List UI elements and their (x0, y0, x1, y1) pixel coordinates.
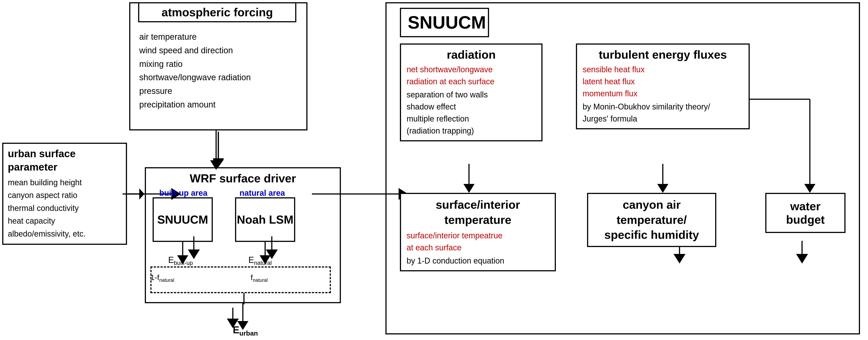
usp-title: urban surfaceparameter (8, 147, 121, 174)
e-built-up-label: Ebuilt-up (168, 255, 193, 266)
svg-marker-26 (139, 189, 144, 200)
svg-marker-34 (804, 184, 815, 193)
e-natural-label: Enatural (248, 255, 272, 266)
usp-item-1: mean building height (8, 176, 121, 189)
surface-interior-content: by 1-D conduction equation (407, 255, 549, 267)
surface-interior-temp-box: surface/interiortemperature surface/inte… (400, 193, 556, 271)
atmospheric-forcing-outer-box (129, 2, 307, 131)
radiation-box: radiation net shortwave/longwave radiati… (400, 44, 542, 141)
turbulent-energy-box: turbulent energy fluxes sensible heat fl… (576, 44, 750, 129)
turbulent-title: turbulent energy fluxes (583, 48, 743, 61)
surface-interior-red: surface/interior tempeatrue at each surf… (407, 230, 549, 254)
snuucm-big-title-box: SNUUCM (400, 8, 489, 37)
usp-item-5: albedo/emissivity, etc. (8, 227, 121, 240)
snuucm-outer-box: SNUUCM radiation net shortwave/longwave … (385, 2, 860, 334)
usp-item-2: canyon aspect ratio (8, 189, 121, 202)
turbulent-content: by Monin-Obukhov similarity theory/ Jurg… (583, 101, 743, 125)
snuucm-inner-title: SNUUCM (157, 213, 208, 226)
built-up-label: built-up area (159, 189, 208, 198)
turbulent-red-content: sensible heat flux latent heat flux mome… (583, 63, 743, 100)
radiation-red-content: net shortwave/longwave radiation at each… (407, 63, 536, 88)
diagram: atmospheric forcing air temperature wind… (0, 0, 868, 340)
radiation-content: separation of two walls shadow effect mu… (407, 89, 536, 137)
water-budget-box: water budget (765, 193, 845, 233)
canyon-air-temp-box: canyon airtemperature/specific humidity (587, 193, 716, 247)
wrf-surface-driver-box: WRF surface driver built-up area natural… (145, 167, 341, 303)
radiation-title: radiation (407, 48, 536, 61)
wrf-title: WRF surface driver (146, 168, 340, 189)
svg-marker-28 (213, 158, 224, 167)
natural-label: natural area (240, 189, 285, 198)
canyon-air-temp-title: canyon airtemperature/specific humidity (604, 197, 699, 243)
usp-item-4: heat capacity (8, 215, 121, 227)
usp-item-3: thermal conductivity (8, 202, 121, 215)
snuucm-big-title: SNUUCM (408, 12, 486, 32)
dashed-merge-box (150, 266, 331, 293)
snuucm-inner-box: SNUUCM (153, 197, 213, 242)
surface-interior-temp-title: surface/interiortemperature (407, 197, 549, 227)
svg-marker-38 (213, 160, 224, 167)
svg-marker-32 (657, 184, 669, 193)
noah-lsm-box: Noah LSM (235, 197, 295, 242)
noah-lsm-title: Noah LSM (237, 213, 293, 226)
e-urban-label: Eurban (233, 324, 258, 337)
urban-surface-parameter-box: urban surfaceparameter mean building hei… (2, 143, 127, 245)
svg-marker-30 (463, 184, 474, 193)
water-budget-title: water budget (772, 200, 839, 226)
usp-content: mean building height canyon aspect ratio… (8, 176, 121, 240)
